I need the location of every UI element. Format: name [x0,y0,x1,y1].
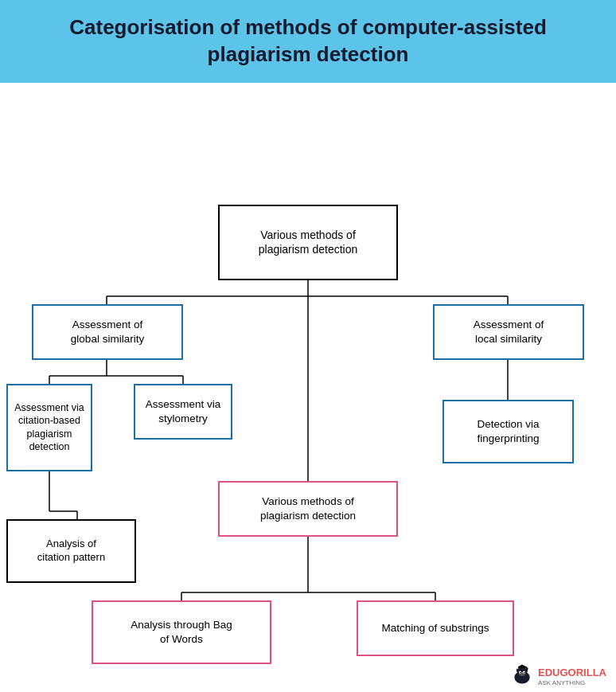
analysis-citation-node: Analysis ofcitation pattern [6,519,136,583]
svg-point-25 [524,671,525,673]
header-title: Categorisation of methods of computer-as… [24,14,592,68]
root-bottom-node: Various methods ofplagiarism detection [218,481,398,537]
diagram-area: Various methods ofplagiarism detection A… [0,83,616,692]
local-similarity-node: Assessment oflocal similarity [433,304,584,360]
logo-area: EDUGORILLA ASK ANYTHING [509,663,606,689]
global-similarity-node: Assessment ofglobal similarity [32,304,183,360]
stylometry-node: Assessment viastylometry [134,384,232,440]
svg-marker-27 [518,664,526,666]
fingerprinting-node: Detection viafingerprinting [443,400,574,463]
gorilla-icon [509,663,535,689]
citation-based-node: Assessment viacitation-basedplagiarismde… [6,384,92,471]
bag-of-words-node: Analysis through Bagof Words [92,600,271,664]
substrings-node: Matching of substrings [357,600,514,656]
logo-text-block: EDUGORILLA ASK ANYTHING [538,665,606,686]
svg-point-29 [526,667,528,669]
root-top-node: Various methods ofplagiarism detection [218,205,398,280]
svg-point-24 [520,671,521,673]
logo-tagline: ASK ANYTHING [538,679,606,686]
logo-brand: EDUGORILLA [538,667,606,678]
header: Categorisation of methods of computer-as… [0,0,616,83]
svg-rect-26 [518,667,526,668]
